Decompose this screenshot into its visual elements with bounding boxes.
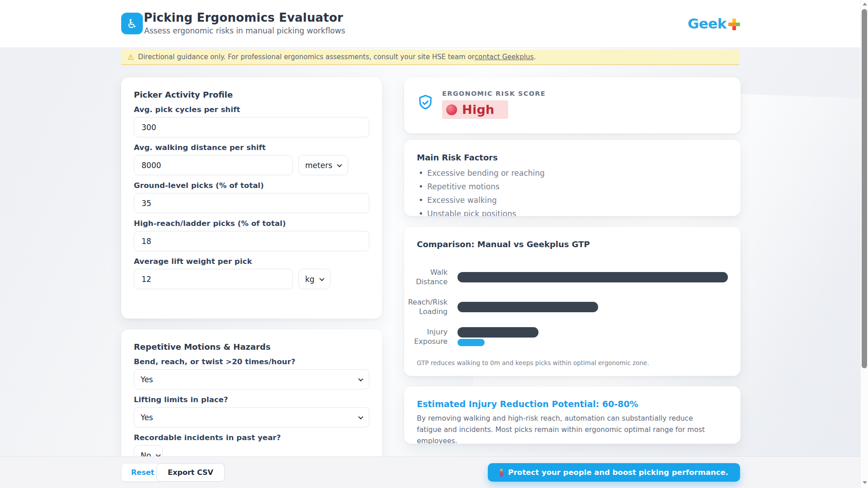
risk-factors-title: Main Risk Factors (417, 153, 728, 162)
picker-activity-profile-card: Picker Activity Profile Avg. pick cycles… (121, 77, 382, 319)
chevron-down-icon (319, 276, 324, 281)
warning-icon: ⚠ (127, 53, 134, 61)
disclaimer-text: Directional guidance only. For professio… (138, 53, 474, 61)
field-pick-cycles: Avg. pick cycles per shift (134, 105, 369, 137)
list-item: Excessive walking (417, 195, 728, 206)
walking-distance-unit-select[interactable]: meters (298, 155, 348, 175)
injury-reduction-body: By removing walking and high-risk reach,… (417, 413, 715, 444)
chevron-down-icon (337, 162, 342, 167)
geekplus-logo: Geek (688, 15, 740, 32)
chart-category-label: InjuryExposure (414, 327, 448, 346)
app-header: ♿ Picking Ergonomics Evaluator Assess er… (0, 0, 868, 48)
chart-category-label: Reach/RiskLoading (408, 297, 448, 316)
pick-cycles-label: Avg. pick cycles per shift (134, 105, 369, 114)
comparison-chart-title: Comparison: Manual vs Geekplus GTP (417, 239, 728, 249)
field-lift-weight: Average lift weight per pick kg (134, 257, 369, 289)
ground-picks-label: Ground-level picks (% of total) (134, 181, 369, 190)
screen: ♿ Picking Ergonomics Evaluator Assess er… (0, 0, 868, 488)
lifting-limits-label: Lifting limits in place? (134, 395, 369, 404)
geekplus-plus-icon (728, 19, 740, 30)
field-bend-reach-twist: Bend, reach, or twist >20 times/hour? Ye… (134, 357, 369, 389)
high-reach-picks-input[interactable] (134, 231, 369, 251)
chart-row: Reach/RiskLoading (417, 292, 728, 321)
contact-geekplus-link[interactable]: contact Geekplus (475, 53, 534, 61)
hazards-card-title: Repetitive Motions & Hazards (134, 342, 369, 352)
scrollbar-up-arrow-icon[interactable] (861, 0, 868, 8)
chevron-down-icon (358, 414, 363, 419)
pick-cycles-input[interactable] (134, 117, 369, 137)
profile-card-title: Picker Activity Profile (134, 90, 369, 99)
scrollbar-thumb[interactable] (862, 9, 867, 368)
chart-row: WalkDistance (417, 263, 728, 291)
high-reach-picks-label: High-reach/ladder picks (% of total) (134, 219, 369, 228)
field-walking-distance: Avg. walking distance per shift meters (134, 143, 369, 175)
list-item: Unstable pick positions (417, 208, 728, 216)
chart-category-label: WalkDistance (416, 267, 448, 286)
risk-score-card: ERGONOMIC RISK SCORE High (404, 77, 741, 133)
field-ground-picks: Ground-level picks (% of total) (134, 181, 369, 213)
field-high-reach-picks: High-reach/ladder picks (% of total) (134, 219, 369, 251)
walking-distance-unit-value: meters (305, 161, 332, 170)
walking-distance-label: Avg. walking distance per shift (134, 143, 369, 152)
bend-reach-twist-select[interactable]: Yes (134, 369, 369, 389)
chart-row: InjuryExposure (417, 322, 728, 351)
walking-distance-input[interactable] (134, 155, 293, 175)
person-icon (500, 469, 503, 477)
page-title: Picking Ergonomics Evaluator (144, 11, 343, 24)
scrollbar-down-arrow-icon[interactable] (861, 479, 868, 486)
red-circle-icon (446, 104, 457, 115)
lift-weight-unit-select[interactable]: kg (298, 269, 330, 289)
chart-bar-geekplus-gtp (458, 339, 485, 346)
injury-reduction-card: Estimated Injury Reduction Potential: 60… (404, 386, 741, 444)
comparison-chart: WalkDistanceReach/RiskLoadingInjuryExpos… (417, 263, 728, 351)
disclaimer-banner: ⚠ Directional guidance only. For profess… (121, 50, 740, 65)
cta-label: Protect your people and boost picking pe… (508, 468, 728, 477)
chart-bar-manual (458, 272, 728, 282)
risk-factors-list: Excessive bending or reaching Repetitive… (417, 168, 728, 216)
export-csv-button[interactable]: Export CSV (156, 463, 225, 482)
geekplus-logo-text: Geek (688, 15, 726, 32)
chart-footnote: GTP reduces walking to 0m and keeps pick… (417, 359, 728, 366)
lifting-limits-value: Yes (141, 413, 153, 422)
recordable-incidents-label: Recordable incidents in past year? (134, 433, 369, 442)
bend-reach-twist-label: Bend, reach, or twist >20 times/hour? (134, 357, 369, 366)
chart-bar-group (458, 302, 728, 312)
risk-score-label: ERGONOMIC RISK SCORE (442, 90, 546, 97)
field-lifting-limits: Lifting limits in place? Yes (134, 395, 369, 427)
chevron-down-icon (358, 376, 363, 381)
list-item: Repetitive motions (417, 181, 728, 192)
disclaimer-suffix: . (533, 53, 536, 61)
chart-bar-manual (458, 327, 538, 338)
comparison-chart-card: Comparison: Manual vs Geekplus GTP WalkD… (404, 227, 741, 376)
ground-picks-input[interactable] (134, 193, 369, 213)
risk-score-badge: High (442, 100, 508, 119)
risk-score-value: High (462, 103, 495, 117)
lift-weight-label: Average lift weight per pick (134, 257, 369, 266)
lift-weight-unit-value: kg (305, 275, 315, 284)
risk-factors-card: Main Risk Factors Excessive bending or r… (404, 140, 741, 216)
chart-bar-group (458, 327, 728, 346)
cta-button[interactable]: Protect your people and boost picking pe… (488, 463, 740, 482)
lifting-limits-select[interactable]: Yes (134, 407, 369, 427)
lift-weight-input[interactable] (134, 269, 293, 289)
vertical-scrollbar[interactable] (860, 0, 868, 488)
chart-bar-group (458, 272, 728, 282)
page-subtitle: Assess ergonomic risks in manual picking… (144, 26, 345, 35)
accessibility-icon: ♿ (121, 13, 143, 34)
injury-reduction-title: Estimated Injury Reduction Potential: 60… (417, 399, 728, 409)
shield-check-icon (417, 94, 434, 111)
bend-reach-twist-value: Yes (141, 375, 153, 384)
chart-bar-manual (458, 302, 598, 312)
list-item: Excessive bending or reaching (417, 168, 728, 179)
